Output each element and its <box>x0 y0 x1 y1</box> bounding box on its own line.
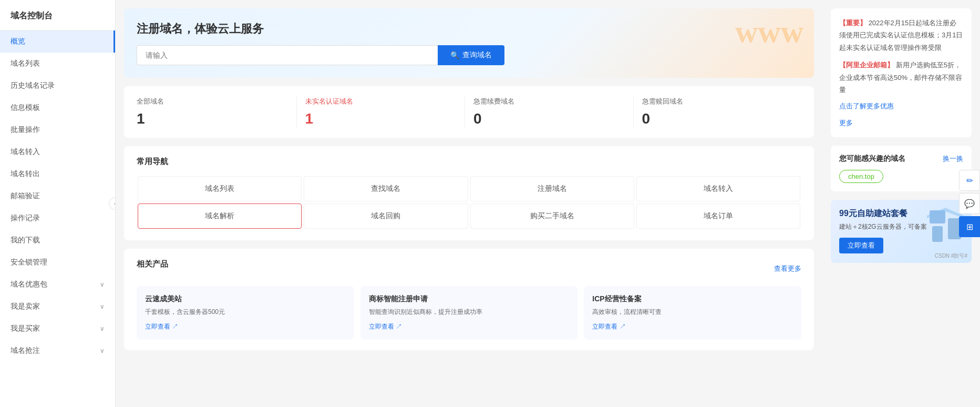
product-desc: 智能查询识别近似商标，提升注册成功率 <box>369 307 570 317</box>
sidebar-item-transfer-out[interactable]: 域名转出 <box>0 163 115 185</box>
product-title: 商标智能注册申请 <box>369 294 570 304</box>
sidebar-item-label: 域名优惠包 <box>11 280 47 289</box>
interest-refresh-button[interactable]: 换一换 <box>943 154 963 164</box>
domain-search-button[interactable]: 🔍 查询域名 <box>438 45 504 65</box>
stat-label: 未实名认证域名 <box>305 97 457 106</box>
nav-grid: 域名列表 查找域名 注册域名 域名转入 域名解析 域名回购 购买二手域名 域名订… <box>137 175 801 230</box>
sidebar-item-label: 我是卖家 <box>11 302 40 311</box>
sidebar-item-label: 域名转出 <box>11 169 40 179</box>
banner-search-row: 🔍 查询域名 <box>137 45 504 65</box>
product-link[interactable]: 立即查看 ↗ <box>369 323 402 330</box>
sidebar-item-email-verify[interactable]: 邮箱验证 <box>0 185 115 207</box>
stat-all-domains[interactable]: 全部域名 1 <box>137 97 297 127</box>
stat-label: 急需赎回域名 <box>642 97 793 106</box>
sidebar-item-transfer-in[interactable]: 域名转入 <box>0 141 115 163</box>
sidebar-item-label: 邮箱验证 <box>11 191 40 201</box>
sidebar-item-label: 安全锁管理 <box>11 258 47 267</box>
edit-float-button[interactable]: ✏ <box>959 170 980 191</box>
sidebar-item-i-am-buyer[interactable]: 我是买家 ∨ <box>0 318 115 340</box>
sidebar-item-i-am-seller[interactable]: 我是卖家 ∨ <box>0 296 115 318</box>
nav-item-find-domain[interactable]: 查找域名 <box>304 176 468 201</box>
nav-item-register-domain[interactable]: 注册域名 <box>470 176 634 201</box>
chevron-down-icon: ∨ <box>100 281 105 288</box>
nav-card-title: 常用导航 <box>137 157 801 167</box>
sidebar-item-label: 域名抢注 <box>11 346 40 355</box>
sidebar-item-label: 域名列表 <box>11 59 40 68</box>
notice-important-label: 【重要】 <box>839 19 866 27</box>
apps-icon: ⊞ <box>966 222 973 232</box>
float-buttons: ✏ 💬 ⊞ <box>959 170 980 237</box>
product-link[interactable]: 立即查看 ↗ <box>592 323 625 330</box>
promo-button[interactable]: 立即查看 <box>839 238 883 253</box>
products-more-link[interactable]: 查看更多 <box>774 264 801 273</box>
sidebar-item-overview[interactable]: 概览 <box>0 30 115 53</box>
interest-title: 您可能感兴趣的域名 <box>839 154 905 164</box>
sidebar-item-label: 操作记录 <box>11 213 40 223</box>
product-title: 云速成美站 <box>145 294 346 304</box>
banner-title: 注册域名，体验云上服务 <box>137 21 801 37</box>
chat-icon: 💬 <box>964 199 975 209</box>
chevron-down-icon: ∨ <box>100 303 105 310</box>
stat-value: 0 <box>473 110 625 127</box>
nav-item-domain-buyback[interactable]: 域名回购 <box>304 204 468 229</box>
svg-rect-1 <box>932 226 943 242</box>
sidebar-item-domain-list[interactable]: 域名列表 <box>0 53 115 75</box>
chevron-down-icon: ∨ <box>100 325 105 332</box>
sidebar-item-label: 域名转入 <box>11 147 40 157</box>
sidebar-item-op-records[interactable]: 操作记录 <box>0 207 115 229</box>
sidebar-item-info-template[interactable]: 信息模板 <box>0 97 115 119</box>
sidebar-item-my-downloads[interactable]: 我的下载 <box>0 229 115 251</box>
banner-decoration: www <box>735 14 803 50</box>
interest-header: 您可能感兴趣的域名 换一换 <box>839 154 963 164</box>
stat-urgent-renew[interactable]: 急需续费域名 0 <box>465 97 634 127</box>
sidebar-item-label: 批量操作 <box>11 125 40 135</box>
main-content: 注册域名，体验云上服务 www 🔍 查询域名 全部域名 1 未实名认证域名 1 … <box>116 0 822 407</box>
product-desc: 高效审核，流程清晰可查 <box>592 307 793 317</box>
stat-urgent-redeem[interactable]: 急需赎回域名 0 <box>634 97 802 127</box>
sidebar: 域名控制台 概览 域名列表 历史域名记录 信息模板 批量操作 域名转入 域名转出… <box>0 0 116 407</box>
sidebar-item-batch-ops[interactable]: 批量操作 <box>0 119 115 141</box>
promo-card[interactable]: 99元自助建站套餐 建站＋2核2G云服务器，可备案 立即查看 CSDN #防亏# <box>831 200 972 263</box>
products-grid: 云速成美站 千套模板，含云服务器500元 立即查看 ↗ 商标智能注册申请 智能查… <box>137 286 801 340</box>
stat-label: 全部域名 <box>137 97 288 106</box>
banner-section: 注册域名，体验云上服务 www 🔍 查询域名 <box>124 8 814 78</box>
product-link[interactable]: 立即查看 ↗ <box>145 323 178 330</box>
stat-label: 急需续费域名 <box>473 97 625 106</box>
nav-item-domain-orders[interactable]: 域名订单 <box>636 204 800 229</box>
sidebar-item-label: 我是买家 <box>11 324 40 333</box>
stat-value: 1 <box>137 110 288 127</box>
sidebar-item-domain-coupons[interactable]: 域名优惠包 ∨ <box>0 273 115 296</box>
sidebar-item-label: 概览 <box>11 37 25 46</box>
nav-item-transfer-in[interactable]: 域名转入 <box>636 176 800 201</box>
sidebar-item-label: 我的下载 <box>11 236 40 245</box>
domain-tag-container: chen.top <box>839 170 963 183</box>
product-item-1[interactable]: 商标智能注册申请 智能查询识别近似商标，提升注册成功率 立即查看 ↗ <box>360 286 578 340</box>
search-icon: 🔍 <box>450 51 459 59</box>
products-header: 相关产品 查看更多 <box>137 259 801 278</box>
sidebar-item-label: 信息模板 <box>11 103 40 113</box>
product-item-2[interactable]: ICP经营性备案 高效审核，流程清晰可查 立即查看 ↗ <box>584 286 801 340</box>
sidebar-item-domain-snatch[interactable]: 域名抢注 ∨ <box>0 340 115 362</box>
notice-card: 【重要】 2022年2月15日起域名注册必须使用已完成实名认证信息模板；3月1日… <box>831 8 972 137</box>
sidebar-item-security-lock[interactable]: 安全锁管理 <box>0 251 115 273</box>
sidebar-item-label: 历史域名记录 <box>11 81 55 90</box>
nav-item-dns-resolve[interactable]: 域名解析 <box>138 204 302 229</box>
notice-promo-block: 【阿里企业邮箱】 新用户选购低至5折，企业成本节省高达50%，邮件存储不限容量 <box>839 59 963 96</box>
stats-card: 全部域名 1 未实名认证域名 1 急需续费域名 0 急需赎回域名 0 <box>124 86 814 138</box>
product-desc: 千套模板，含云服务器500元 <box>145 307 346 317</box>
chat-float-button[interactable]: 💬 <box>959 193 980 214</box>
domain-search-input[interactable] <box>137 45 438 65</box>
notice-link-1[interactable]: 点击了解更多优惠 <box>839 100 963 112</box>
nav-item-buy-secondhand[interactable]: 购买二手域名 <box>470 204 634 229</box>
product-item-0[interactable]: 云速成美站 千套模板，含云服务器500元 立即查看 ↗ <box>137 286 354 340</box>
stat-value: 0 <box>642 110 793 127</box>
products-card-title: 相关产品 <box>137 259 168 269</box>
nav-item-domain-list[interactable]: 域名列表 <box>138 176 302 201</box>
interest-domain-tag[interactable]: chen.top <box>839 170 883 183</box>
chevron-down-icon: ∨ <box>100 347 105 354</box>
stat-unverified-domains[interactable]: 未实名认证域名 1 <box>297 97 466 127</box>
edit-icon: ✏ <box>966 176 973 186</box>
apps-float-button[interactable]: ⊞ <box>959 216 980 237</box>
notice-link-2[interactable]: 更多 <box>839 117 963 129</box>
sidebar-item-history-records[interactable]: 历史域名记录 <box>0 75 115 97</box>
